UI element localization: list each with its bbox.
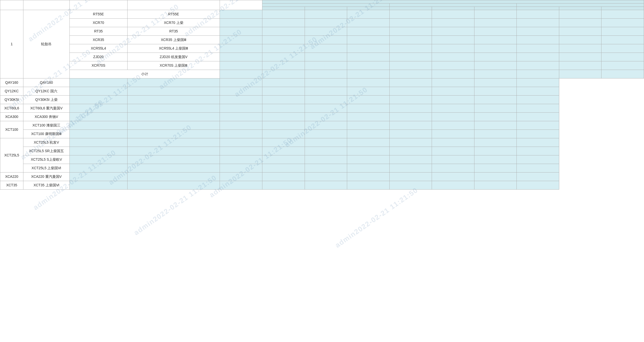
stock-cell <box>69 87 127 96</box>
data-cell <box>389 155 432 164</box>
data-cell <box>432 130 474 138</box>
car-cell: QY30K5I 上柴 <box>23 96 69 104</box>
table-row: QAY160QAY160 <box>0 78 644 87</box>
data-cell <box>127 78 220 87</box>
data-cell <box>559 44 601 53</box>
data-cell <box>347 61 390 70</box>
data-cell <box>127 104 220 113</box>
data-cell <box>389 104 432 113</box>
table-row: XCA300XCA300 奔驰V <box>0 113 644 121</box>
data-cell <box>601 19 644 27</box>
data-cell <box>517 78 559 87</box>
data-cell <box>601 10 644 19</box>
stock-cell <box>220 44 262 53</box>
data-cell <box>262 155 305 164</box>
data-cell <box>517 130 559 138</box>
data-cell <box>127 155 220 164</box>
car-cell: XCR70S 上柴国Ⅲ <box>127 61 220 70</box>
model-cell: QY12KC <box>0 87 23 96</box>
data-cell <box>389 61 432 70</box>
data-cell <box>347 96 390 104</box>
data-cell <box>432 96 474 104</box>
data-cell <box>474 138 517 147</box>
data-cell <box>127 173 220 181</box>
data-cell <box>474 181 517 190</box>
model-cell: XCT60L6 <box>0 104 23 113</box>
subtotal-data-cell <box>305 70 347 78</box>
data-cell <box>432 36 474 44</box>
data-cell <box>389 19 432 27</box>
table-row: XCT100 康明斯国Ⅲ <box>0 130 644 138</box>
data-cell <box>432 78 474 87</box>
subtotal-data-cell <box>347 70 390 78</box>
data-cell <box>432 87 474 96</box>
data-cell <box>474 44 517 53</box>
car-day-header <box>517 7 559 10</box>
data-cell <box>347 147 390 155</box>
model-cell: RT35 <box>69 27 127 36</box>
data-cell <box>305 27 347 36</box>
col-seq-header <box>0 0 23 10</box>
model-cell: XCT100 <box>0 121 23 138</box>
model-cell: XCR70S <box>69 61 127 70</box>
model-cell: QAY160 <box>0 78 23 87</box>
car-year-header <box>601 7 644 10</box>
data-cell <box>389 173 432 181</box>
data-cell <box>601 36 644 44</box>
data-cell <box>517 121 559 130</box>
model-cell: XCA300 <box>0 113 23 121</box>
data-cell <box>305 181 347 190</box>
car-cell: RT35 <box>127 27 220 36</box>
data-cell <box>347 130 390 138</box>
car-cell: XCT25L5 杭发V <box>23 138 69 147</box>
model-cell: XCR70 <box>69 19 127 27</box>
page-wrapper: admin2022-02-21 11:21:50admin2022-02-21 … <box>0 0 644 342</box>
data-cell <box>262 164 305 173</box>
data-cell <box>474 78 517 87</box>
data-cell <box>601 27 644 36</box>
subtotal-row: 小计 <box>0 70 644 78</box>
stock-cell <box>69 104 127 113</box>
group-inku-header <box>262 0 644 4</box>
car-cell: XCT60L6 重汽曼国V <box>23 104 69 113</box>
model-cell: XCR35 <box>69 36 127 44</box>
diff-month-header <box>432 7 474 10</box>
data-cell <box>305 130 347 138</box>
data-cell <box>432 173 474 181</box>
group-mes-header <box>262 4 389 7</box>
data-cell <box>601 44 644 53</box>
data-cell <box>220 113 262 121</box>
car-cell: XCT25L5 S上柴欧V <box>23 155 69 164</box>
data-cell <box>432 155 474 164</box>
data-cell <box>474 155 517 164</box>
data-cell <box>305 10 347 19</box>
data-cell <box>559 19 601 27</box>
table-row: XCR35XCR35 上柴国Ⅲ <box>0 36 644 44</box>
data-cell <box>127 121 220 130</box>
data-cell <box>127 147 220 155</box>
data-cell <box>262 130 305 138</box>
car-cell: XCT100 康明斯国Ⅲ <box>23 130 69 138</box>
stock-cell <box>69 96 127 104</box>
stock-cell <box>220 19 262 27</box>
data-cell <box>474 147 517 155</box>
data-cell <box>517 87 559 96</box>
data-cell <box>262 19 305 27</box>
data-cell <box>432 113 474 121</box>
table-row: XCT25L5 SR上柴国五 <box>0 147 644 155</box>
data-cell <box>347 44 390 53</box>
data-cell <box>347 181 390 190</box>
data-cell <box>559 36 601 44</box>
subtotal-data-cell <box>262 70 305 78</box>
data-cell <box>432 27 474 36</box>
data-cell <box>474 173 517 181</box>
data-cell <box>305 147 347 155</box>
data-cell <box>474 87 517 96</box>
col-car-header <box>127 0 220 10</box>
data-cell <box>517 155 559 164</box>
data-cell <box>127 96 220 104</box>
data-cell <box>474 113 517 121</box>
subtotal-data-cell <box>474 70 517 78</box>
data-cell <box>220 147 262 155</box>
data-cell <box>389 138 432 147</box>
